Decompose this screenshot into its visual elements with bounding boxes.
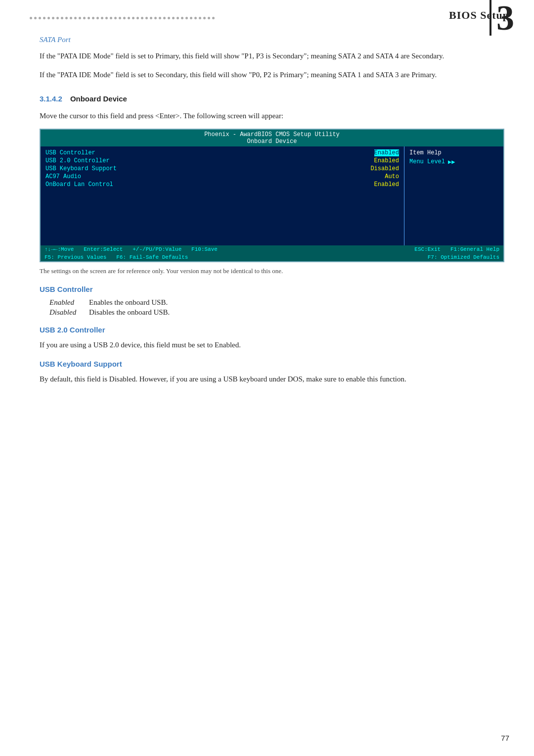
header-dot	[65, 17, 68, 19]
bios-row: AC97 AudioAuto	[45, 173, 399, 180]
header-dot	[199, 17, 201, 19]
section-title: Onboard Device	[70, 94, 127, 103]
bios-row-value: Enabled	[374, 157, 399, 164]
header-dot	[47, 17, 50, 19]
header-dot	[114, 17, 117, 19]
bios-title: Phoenix - AwardBIOS CMOS Setup Utility O…	[41, 130, 503, 146]
header-dot	[39, 17, 41, 19]
header-dot	[88, 17, 90, 19]
page-header: BIOS Setup 3	[30, 0, 514, 26]
header-dot	[159, 17, 161, 19]
bios-footer-left: ↑↓→←:Move Enter:Select +/-/PU/PD:Value F…	[44, 246, 218, 252]
header-dot	[61, 17, 63, 19]
bios-row: USB ControllerEnabled	[45, 149, 399, 156]
header-dot	[172, 17, 175, 19]
bios-screen: Phoenix - AwardBIOS CMOS Setup Utility O…	[40, 129, 504, 262]
bios-footer2-right: F7: Optimized Defaults	[428, 254, 499, 260]
bios-menu-level: Menu Level ▶▶	[409, 158, 498, 166]
header-dot	[96, 17, 99, 19]
section-number: 3.1.4.2	[40, 94, 62, 103]
header-dot	[119, 17, 121, 19]
header-dot	[194, 17, 197, 19]
header-dot	[128, 17, 130, 19]
usb20-heading: USB 2.0 Controller	[40, 326, 504, 334]
header-dot	[110, 17, 112, 19]
chapter-number: 3	[490, 0, 514, 36]
bios-row-value: Disabled	[370, 165, 399, 172]
page-content: SATA Port If the "PATA IDE Mode" field i…	[40, 26, 504, 385]
header-dot	[43, 17, 45, 19]
bios-body: USB ControllerEnabledUSB 2.0 ControllerE…	[41, 146, 503, 245]
usb-controller-defs: Enabled Enables the onboard USB. Disable…	[49, 298, 504, 317]
header-dots-decoration	[30, 12, 449, 19]
bios-row: USB Keyboard SupportDisabled	[45, 165, 399, 172]
header-dot	[92, 17, 94, 19]
header-dot	[150, 17, 152, 19]
usb20-body: If you are using a USB 2.0 device, this …	[40, 339, 504, 351]
bios-row: USB 2.0 ControllerEnabled	[45, 157, 399, 164]
section-3142-heading: 3.1.4.2 Onboard Device	[40, 94, 504, 103]
dots-line	[30, 17, 215, 19]
bios-row-value[interactable]: Enabled	[374, 149, 399, 156]
header-dot	[34, 17, 37, 19]
bios-left-panel: USB ControllerEnabledUSB 2.0 ControllerE…	[41, 146, 404, 245]
header-dot	[190, 17, 192, 19]
header-dot	[79, 17, 81, 19]
sata-para1: If the "PATA IDE Mode" field is set to P…	[40, 50, 504, 62]
enabled-desc: Enables the onboard USB.	[89, 298, 168, 307]
bios-footer2: F5: Previous Values F6: Fail-Safe Defaul…	[41, 253, 503, 261]
header-dot	[208, 17, 210, 19]
bios-footer: ↑↓→←:Move Enter:Select +/-/PU/PD:Value F…	[41, 245, 503, 253]
bios-row-value: Enabled	[374, 181, 399, 188]
bios-row: OnBoard Lan ControlEnabled	[45, 181, 399, 188]
header-dot	[168, 17, 170, 19]
bios-row-label: OnBoard Lan Control	[45, 181, 113, 188]
header-dot	[141, 17, 143, 19]
header-dot	[74, 17, 77, 19]
def-disabled: Disabled Disables the onboard USB.	[49, 308, 504, 317]
bios-row-label: USB Keyboard Support	[45, 165, 117, 172]
header-dot	[136, 17, 139, 19]
bios-row-label: AC97 Audio	[45, 173, 81, 180]
header-dot	[154, 17, 157, 19]
header-dot	[70, 17, 72, 19]
usb-controller-heading: USB Controller	[40, 285, 504, 293]
bios-row-label: USB 2.0 Controller	[45, 157, 110, 164]
disabled-desc: Disables the onboard USB.	[89, 308, 170, 317]
enabled-term: Enabled	[49, 298, 84, 307]
header-dot	[123, 17, 126, 19]
sata-port-subtitle: SATA Port	[40, 36, 504, 44]
bios-help-title: Item Help	[409, 149, 498, 156]
header-dot	[163, 17, 166, 19]
bios-footer-right: ESC:Exit F1:General Help	[414, 246, 499, 252]
header-dot	[203, 17, 206, 19]
bios-right-panel: Item Help Menu Level ▶▶	[404, 146, 503, 245]
header-dot	[30, 17, 32, 19]
disabled-term: Disabled	[49, 308, 84, 317]
header-dot	[101, 17, 103, 19]
bios-footer2-left: F5: Previous Values F6: Fail-Safe Defaul…	[44, 254, 188, 260]
bios-row-value: Auto	[385, 173, 399, 180]
section-intro: Move the cursor to this field and press …	[40, 110, 504, 122]
header-dot	[105, 17, 108, 19]
usb-keyboard-body: By default, this field is Disabled. Howe…	[40, 373, 504, 385]
header-dot	[83, 17, 86, 19]
header-dot	[177, 17, 179, 19]
def-enabled: Enabled Enables the onboard USB.	[49, 298, 504, 307]
reference-note: The settings on the screen are for refer…	[40, 266, 504, 276]
header-dot	[132, 17, 134, 19]
bios-row-label: USB Controller	[45, 149, 95, 156]
header-dot	[52, 17, 54, 19]
page-number: 77	[501, 734, 509, 742]
header-dot	[212, 17, 215, 19]
header-dot	[56, 17, 59, 19]
header-dot	[181, 17, 183, 19]
usb-keyboard-heading: USB Keyboard Support	[40, 360, 504, 368]
header-dot	[145, 17, 148, 19]
sata-para2: If the "PATA IDE Mode" field is set to S…	[40, 69, 504, 81]
header-dot	[185, 17, 188, 19]
